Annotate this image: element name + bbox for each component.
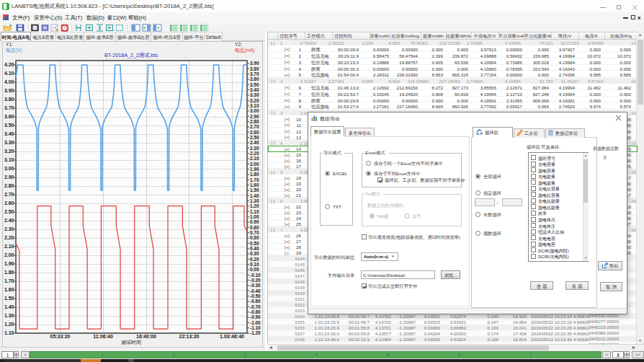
svg-text:3.80: 3.80 (250, 66, 259, 71)
svg-text:3.20: 3.20 (250, 98, 259, 103)
svg-text:测试时间: 测试时间 (121, 340, 141, 345)
svg-text:-0.70: -0.70 (250, 304, 261, 309)
svg-text:11:06:40: 11:06:40 (93, 334, 113, 339)
svg-text:22:13:20: 22:13:20 (179, 334, 199, 339)
svg-text:2.90: 2.90 (4, 175, 14, 180)
svg-text:-0.80: -0.80 (250, 309, 261, 314)
svg-text:1.40: 1.40 (250, 193, 259, 198)
svg-text:1.60: 1.60 (250, 182, 259, 187)
svg-text:3.60: 3.60 (4, 114, 14, 119)
svg-text:2.10: 2.10 (4, 244, 14, 249)
svg-text:-0.40: -0.40 (250, 288, 261, 293)
svg-text:0.90: 0.90 (250, 219, 259, 224)
svg-text:2.00: 2.00 (250, 162, 259, 167)
svg-text:2.30: 2.30 (4, 226, 14, 231)
svg-text:0.50: 0.50 (250, 241, 259, 246)
svg-text:2.30: 2.30 (250, 146, 259, 151)
svg-text:2.20: 2.20 (4, 235, 14, 240)
svg-text:0.20: 0.20 (250, 257, 259, 262)
svg-text:1.80: 1.80 (250, 172, 259, 177)
svg-text:-1.10: -1.10 (250, 325, 261, 330)
svg-text:2.20: 2.20 (250, 151, 259, 156)
svg-text:2.50: 2.50 (4, 209, 14, 214)
svg-text:-0.90: -0.90 (250, 314, 261, 319)
svg-text:-0.60: -0.60 (250, 299, 261, 304)
svg-text:3.50: 3.50 (4, 123, 14, 128)
svg-text:05:33:20: 05:33:20 (50, 334, 70, 339)
svg-text:电压(V): 电压(V) (6, 48, 22, 53)
svg-text:2.60: 2.60 (4, 200, 14, 206)
svg-text:1.70: 1.70 (4, 278, 14, 283)
svg-text:Y2:: Y2: (235, 42, 242, 47)
svg-text:1.80: 1.80 (4, 270, 14, 275)
svg-text:0.80: 0.80 (250, 225, 259, 230)
svg-text:2.50: 2.50 (250, 135, 259, 140)
svg-text:16:40:00: 16:40:00 (136, 334, 156, 339)
svg-text:2.70: 2.70 (4, 192, 14, 197)
svg-text:1.90: 1.90 (250, 167, 259, 172)
svg-text:4.10: 4.10 (4, 71, 14, 76)
svg-text:3.50: 3.50 (250, 82, 259, 87)
svg-text:-1.00: -1.00 (250, 320, 261, 325)
svg-text:2.80: 2.80 (250, 119, 259, 124)
svg-text:0.70: 0.70 (250, 230, 259, 235)
svg-text:3.10: 3.10 (250, 103, 259, 108)
svg-text:2.00: 2.00 (4, 252, 14, 257)
svg-text:2.40: 2.40 (250, 140, 259, 145)
svg-text:1.03:46:40: 1.03:46:40 (220, 334, 244, 339)
svg-text:2.10: 2.10 (250, 156, 259, 161)
svg-text:-0.30: -0.30 (250, 283, 261, 288)
svg-text:0.60: 0.60 (250, 235, 259, 240)
svg-text:电流(mA): 电流(mA) (235, 48, 254, 53)
svg-text:2.40: 2.40 (4, 218, 14, 223)
svg-text:0.30: 0.30 (250, 251, 259, 256)
svg-text:3.20: 3.20 (4, 149, 14, 154)
svg-text:1.60: 1.60 (4, 287, 14, 292)
svg-text:1.70: 1.70 (250, 177, 259, 182)
svg-text:1.10: 1.10 (250, 209, 259, 214)
svg-text:3.90: 3.90 (250, 61, 259, 66)
svg-text:2.60: 2.60 (250, 130, 259, 135)
svg-text:3.30: 3.30 (4, 140, 14, 145)
svg-text:1.40: 1.40 (4, 304, 14, 309)
svg-text:1.50: 1.50 (250, 187, 259, 193)
svg-text:3.40: 3.40 (250, 87, 259, 92)
svg-text:3.00: 3.00 (250, 108, 259, 113)
svg-text:1.20: 1.20 (250, 203, 259, 208)
svg-text:3.10: 3.10 (4, 157, 14, 162)
svg-text:-0.10: -0.10 (250, 273, 261, 278)
svg-text:2.80: 2.80 (4, 183, 14, 188)
svg-text:2.90: 2.90 (250, 114, 259, 119)
svg-text:1.10: 1.10 (4, 330, 14, 335)
svg-text:3.40: 3.40 (4, 131, 14, 136)
svg-text:0.10: 0.10 (250, 262, 259, 267)
svg-text:1.00: 1.00 (250, 214, 259, 219)
svg-text:0.40: 0.40 (250, 246, 259, 251)
svg-text:BT-2018A_2_2测试.bts: BT-2018A_2_2测试.bts (104, 52, 158, 58)
svg-text:-1.20: -1.20 (250, 330, 261, 335)
svg-text:3.70: 3.70 (4, 105, 14, 110)
svg-text:1.30: 1.30 (4, 313, 14, 318)
svg-text:2.70: 2.70 (250, 124, 259, 129)
svg-text:3.00: 3.00 (4, 166, 14, 171)
svg-text:4.00: 4.00 (4, 79, 14, 84)
svg-text:3.80: 3.80 (4, 97, 14, 102)
svg-text:4.20: 4.20 (4, 62, 14, 67)
svg-text:-0.50: -0.50 (250, 293, 261, 299)
svg-text:1.20: 1.20 (4, 322, 14, 327)
svg-text:3.90: 3.90 (4, 88, 14, 93)
svg-text:3.30: 3.30 (250, 92, 259, 97)
svg-text:1.50: 1.50 (4, 296, 14, 301)
svg-text:0.00: 0.00 (250, 267, 259, 272)
svg-text:3.70: 3.70 (250, 71, 259, 76)
svg-text:Y1:: Y1: (6, 42, 13, 47)
svg-text:1.30: 1.30 (250, 198, 259, 203)
svg-text:-0.20: -0.20 (250, 278, 261, 283)
svg-text:3.60: 3.60 (250, 76, 259, 81)
svg-text:1.90: 1.90 (4, 261, 14, 266)
